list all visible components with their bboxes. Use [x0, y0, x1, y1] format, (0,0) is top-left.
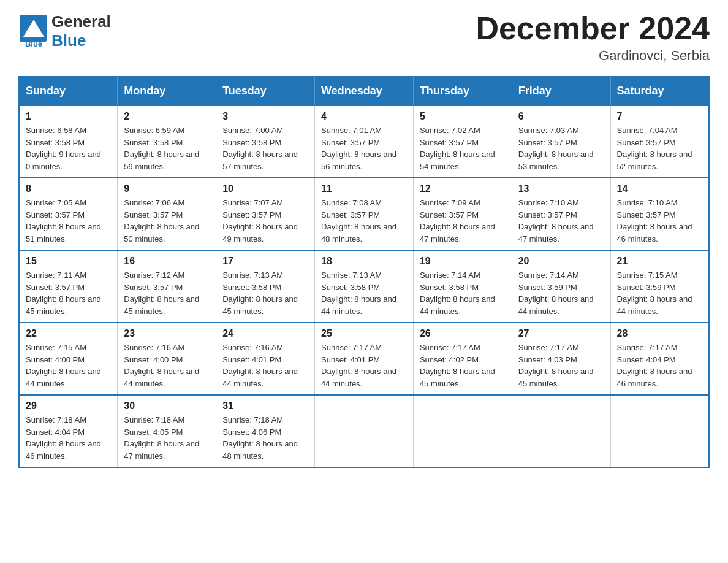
day-number: 18: [321, 256, 407, 267]
calendar-week-5: 29 Sunrise: 7:18 AM Sunset: 4:04 PM Dayl…: [19, 395, 709, 467]
day-number: 10: [222, 183, 308, 194]
calendar-cell: 25 Sunrise: 7:17 AM Sunset: 4:01 PM Dayl…: [315, 323, 414, 395]
calendar-week-2: 8 Sunrise: 7:05 AM Sunset: 3:57 PM Dayli…: [19, 178, 709, 250]
day-info: Sunrise: 7:09 AM Sunset: 3:57 PM Dayligh…: [420, 197, 506, 245]
day-info: Sunrise: 7:17 AM Sunset: 4:01 PM Dayligh…: [321, 342, 407, 389]
day-number: 26: [420, 328, 506, 339]
day-number: 19: [420, 256, 506, 267]
logo-blue: Blue: [51, 31, 86, 50]
calendar-cell: 26 Sunrise: 7:17 AM Sunset: 4:02 PM Dayl…: [413, 323, 512, 395]
day-number: 8: [26, 183, 111, 194]
day-number: 2: [124, 111, 210, 122]
calendar-cell: 14 Sunrise: 7:10 AM Sunset: 3:57 PM Dayl…: [610, 178, 709, 250]
day-number: 20: [518, 256, 604, 267]
calendar-cell: 16 Sunrise: 7:12 AM Sunset: 3:57 PM Dayl…: [118, 250, 216, 323]
day-info: Sunrise: 7:13 AM Sunset: 3:58 PM Dayligh…: [321, 269, 407, 317]
calendar-cell: 4 Sunrise: 7:01 AM Sunset: 3:57 PM Dayli…: [315, 105, 414, 178]
day-info: Sunrise: 7:18 AM Sunset: 4:04 PM Dayligh…: [26, 414, 111, 462]
day-info: Sunrise: 7:07 AM Sunset: 3:57 PM Dayligh…: [222, 197, 308, 245]
col-friday: Friday: [512, 77, 610, 105]
day-number: 30: [124, 400, 210, 412]
calendar-cell: [315, 395, 414, 467]
day-number: 4: [321, 111, 407, 122]
col-monday: Monday: [118, 77, 216, 105]
day-info: Sunrise: 7:10 AM Sunset: 3:57 PM Dayligh…: [617, 197, 702, 245]
calendar-cell: 18 Sunrise: 7:13 AM Sunset: 3:58 PM Dayl…: [315, 250, 414, 323]
calendar-cell: 11 Sunrise: 7:08 AM Sunset: 3:57 PM Dayl…: [315, 178, 414, 250]
day-number: 15: [26, 256, 111, 267]
col-thursday: Thursday: [413, 77, 512, 105]
svg-text:Blue: Blue: [25, 39, 42, 47]
day-number: 21: [617, 256, 702, 267]
calendar-cell: 28 Sunrise: 7:17 AM Sunset: 4:04 PM Dayl…: [610, 323, 709, 395]
calendar-header-row: Sunday Monday Tuesday Wednesday Thursday…: [19, 77, 709, 105]
calendar-cell: 12 Sunrise: 7:09 AM Sunset: 3:57 PM Dayl…: [413, 178, 512, 250]
day-number: 29: [26, 400, 111, 412]
col-tuesday: Tuesday: [216, 77, 315, 105]
calendar-cell: [512, 395, 610, 467]
calendar-cell: 6 Sunrise: 7:03 AM Sunset: 3:57 PM Dayli…: [512, 105, 610, 178]
day-info: Sunrise: 7:00 AM Sunset: 3:58 PM Dayligh…: [222, 124, 308, 172]
day-info: Sunrise: 7:01 AM Sunset: 3:57 PM Dayligh…: [321, 124, 407, 172]
calendar-cell: 2 Sunrise: 6:59 AM Sunset: 3:58 PM Dayli…: [118, 105, 216, 178]
day-info: Sunrise: 7:10 AM Sunset: 3:57 PM Dayligh…: [518, 197, 604, 245]
calendar-cell: 5 Sunrise: 7:02 AM Sunset: 3:57 PM Dayli…: [413, 105, 512, 178]
calendar-cell: 15 Sunrise: 7:11 AM Sunset: 3:57 PM Dayl…: [19, 250, 118, 323]
day-number: 11: [321, 183, 407, 194]
day-info: Sunrise: 6:59 AM Sunset: 3:58 PM Dayligh…: [124, 124, 210, 172]
col-saturday: Saturday: [610, 77, 709, 105]
page-header: Blue General Blue December 2024 Gardinov…: [18, 12, 710, 64]
day-info: Sunrise: 7:14 AM Sunset: 3:58 PM Dayligh…: [420, 269, 506, 317]
day-number: 5: [420, 111, 506, 122]
day-number: 9: [124, 183, 210, 194]
day-info: Sunrise: 7:17 AM Sunset: 4:02 PM Dayligh…: [420, 342, 506, 389]
calendar-cell: [413, 395, 512, 467]
month-title: December 2024: [476, 12, 710, 44]
day-number: 23: [124, 328, 210, 339]
day-info: Sunrise: 7:06 AM Sunset: 3:57 PM Dayligh…: [124, 197, 210, 245]
day-number: 24: [222, 328, 308, 339]
calendar-table: Sunday Monday Tuesday Wednesday Thursday…: [18, 76, 710, 468]
day-number: 7: [617, 111, 702, 122]
day-info: Sunrise: 7:18 AM Sunset: 4:05 PM Dayligh…: [124, 414, 210, 462]
calendar-week-1: 1 Sunrise: 6:58 AM Sunset: 3:58 PM Dayli…: [19, 105, 709, 178]
col-wednesday: Wednesday: [315, 77, 414, 105]
day-number: 6: [518, 111, 604, 122]
calendar-cell: 23 Sunrise: 7:16 AM Sunset: 4:00 PM Dayl…: [118, 323, 216, 395]
calendar-week-4: 22 Sunrise: 7:15 AM Sunset: 4:00 PM Dayl…: [19, 323, 709, 395]
day-info: Sunrise: 7:08 AM Sunset: 3:57 PM Dayligh…: [321, 197, 407, 245]
calendar-cell: 9 Sunrise: 7:06 AM Sunset: 3:57 PM Dayli…: [118, 178, 216, 250]
day-number: 12: [420, 183, 506, 194]
col-sunday: Sunday: [19, 77, 118, 105]
logo-image: Blue: [18, 13, 49, 50]
logo-general: General: [51, 12, 111, 31]
calendar-cell: 31 Sunrise: 7:18 AM Sunset: 4:06 PM Dayl…: [216, 395, 315, 467]
calendar-cell: 19 Sunrise: 7:14 AM Sunset: 3:58 PM Dayl…: [413, 250, 512, 323]
day-info: Sunrise: 7:13 AM Sunset: 3:58 PM Dayligh…: [222, 269, 308, 317]
day-info: Sunrise: 7:11 AM Sunset: 3:57 PM Dayligh…: [26, 269, 111, 317]
calendar-cell: 17 Sunrise: 7:13 AM Sunset: 3:58 PM Dayl…: [216, 250, 315, 323]
calendar-cell: 10 Sunrise: 7:07 AM Sunset: 3:57 PM Dayl…: [216, 178, 315, 250]
day-number: 3: [222, 111, 308, 122]
day-number: 17: [222, 256, 308, 267]
day-number: 22: [26, 328, 111, 339]
calendar-cell: 7 Sunrise: 7:04 AM Sunset: 3:57 PM Dayli…: [610, 105, 709, 178]
day-number: 31: [222, 400, 308, 412]
calendar-cell: 29 Sunrise: 7:18 AM Sunset: 4:04 PM Dayl…: [19, 395, 118, 467]
calendar-cell: [610, 395, 709, 467]
day-info: Sunrise: 7:16 AM Sunset: 4:01 PM Dayligh…: [222, 342, 308, 389]
calendar-cell: 3 Sunrise: 7:00 AM Sunset: 3:58 PM Dayli…: [216, 105, 315, 178]
calendar-cell: 1 Sunrise: 6:58 AM Sunset: 3:58 PM Dayli…: [19, 105, 118, 178]
day-number: 27: [518, 328, 604, 339]
day-info: Sunrise: 7:15 AM Sunset: 4:00 PM Dayligh…: [26, 342, 111, 389]
calendar-cell: 24 Sunrise: 7:16 AM Sunset: 4:01 PM Dayl…: [216, 323, 315, 395]
location-title: Gardinovci, Serbia: [476, 48, 710, 64]
day-info: Sunrise: 7:04 AM Sunset: 3:57 PM Dayligh…: [617, 124, 702, 172]
calendar-cell: 13 Sunrise: 7:10 AM Sunset: 3:57 PM Dayl…: [512, 178, 610, 250]
day-info: Sunrise: 7:16 AM Sunset: 4:00 PM Dayligh…: [124, 342, 210, 389]
day-number: 28: [617, 328, 702, 339]
day-number: 14: [617, 183, 702, 194]
logo-text: General Blue: [51, 12, 111, 50]
calendar-week-3: 15 Sunrise: 7:11 AM Sunset: 3:57 PM Dayl…: [19, 250, 709, 323]
day-info: Sunrise: 6:58 AM Sunset: 3:58 PM Dayligh…: [26, 124, 111, 172]
